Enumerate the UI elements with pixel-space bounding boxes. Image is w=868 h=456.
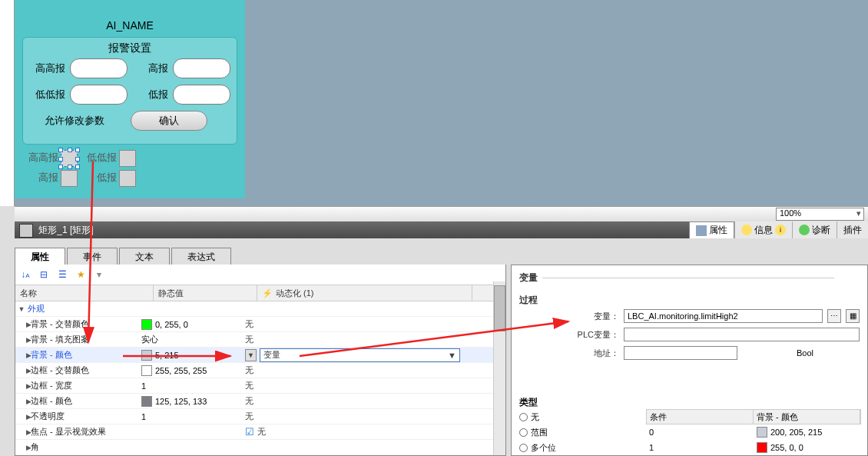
radio-icon	[519, 444, 528, 452]
ind-label-h: 高报	[22, 171, 58, 185]
dynamic-cell[interactable]: 无	[245, 395, 460, 407]
static-value-cell[interactable]: 0, 255, 0	[141, 319, 245, 330]
process-title: 过程	[519, 294, 860, 307]
radio-icon	[519, 413, 528, 421]
color-swatch	[141, 365, 152, 376]
header-static[interactable]: 静态值	[154, 285, 257, 301]
property-body: ▼ 外观 ▶背景 - 交替颜色0, 255, 0无▶背景 - 填充图案实心无▶背…	[15, 301, 505, 455]
subtab-properties[interactable]: 属性	[15, 248, 65, 265]
cond-row[interactable]: 1255, 0, 0	[646, 440, 861, 455]
property-row[interactable]: ▶焦点 - 显示视觉效果☑无	[15, 424, 505, 440]
indicator-hh-selected[interactable]	[61, 150, 78, 167]
browse2-button[interactable]: ▦	[846, 309, 860, 323]
dynamic-cell[interactable]: ▼变量▼	[245, 348, 460, 362]
zoom-dropdown[interactable]: 100%	[776, 208, 864, 221]
label-high-high: 高高报	[29, 62, 65, 75]
static-value-cell[interactable]: 255, 255, 255	[141, 365, 245, 376]
dynamic-cell[interactable]: ☑无	[245, 426, 460, 438]
sort-icon[interactable]: ↓A	[18, 268, 32, 281]
static-value-cell[interactable]: 125, 125, 133	[141, 396, 245, 407]
field-high-high[interactable]	[70, 58, 128, 78]
indicator-l[interactable]	[119, 170, 136, 187]
tab-plugins[interactable]: 插件	[837, 221, 868, 238]
properties-icon	[696, 225, 707, 236]
hmi-faceplate[interactable]: AI_NAME 报警设置 高高报 高报 低低报 低报 允许修改参数 确认 高	[15, 0, 245, 198]
dynamic-cell[interactable]: 无	[245, 334, 460, 345]
subtab-events[interactable]: 事件	[67, 248, 118, 265]
expand-toggle[interactable]: ▶	[15, 428, 28, 436]
star-icon[interactable]: ★	[74, 268, 88, 281]
expand-toggle[interactable]: ▶	[15, 351, 28, 359]
property-name: 边框 - 宽度	[28, 380, 141, 391]
expand-toggle[interactable]: ▶	[15, 336, 28, 344]
radio-range[interactable]: 范围	[519, 424, 642, 440]
type-title: 类型	[519, 396, 642, 409]
property-name: 背景 - 填充图案	[28, 334, 141, 345]
design-canvas[interactable]: AI_NAME 报警设置 高高报 高报 低低报 低报 允许修改参数 确认 高	[15, 0, 868, 206]
plc-variable-input[interactable]	[624, 328, 860, 341]
expand-toggle[interactable]: ▶	[15, 444, 28, 451]
radio-none[interactable]: 无	[519, 409, 642, 424]
expand-toggle[interactable]: ▶	[15, 367, 28, 374]
indicator-ll[interactable]	[119, 150, 136, 167]
subtab-text[interactable]: 文本	[119, 248, 170, 265]
property-name: 背景 - 颜色	[28, 349, 141, 361]
property-row[interactable]: ▶角	[15, 440, 505, 455]
browse-button[interactable]: ⋯	[827, 309, 841, 323]
variable-input[interactable]	[624, 309, 823, 323]
static-value-cell[interactable]: 5, 215	[141, 350, 245, 361]
expand-toggle[interactable]: ▶	[15, 382, 28, 390]
property-row[interactable]: ▶背景 - 交替颜色0, 255, 0无	[15, 317, 505, 332]
static-value-cell[interactable]: 实心	[141, 334, 245, 345]
field-low-low[interactable]	[70, 85, 128, 105]
expand-toggle[interactable]: ▼	[15, 305, 28, 313]
radio-multi[interactable]: 多个位	[519, 440, 642, 455]
property-row[interactable]: ▶边框 - 宽度1无	[15, 378, 505, 394]
list-icon[interactable]: ☰	[55, 268, 69, 281]
expand-toggle[interactable]: ▶	[15, 413, 28, 421]
cond-header-bg[interactable]: 背景 - 颜色	[754, 410, 860, 424]
property-row[interactable]: ▶背景 - 填充图案实心无	[15, 332, 505, 348]
address-input[interactable]	[624, 346, 737, 360]
vertical-scrollbar[interactable]	[493, 281, 505, 455]
label-variable: 变量：	[519, 311, 619, 322]
property-row[interactable]: ▶边框 - 交替颜色255, 255, 255无	[15, 363, 505, 378]
tree-root-row[interactable]: ▼ 外观	[15, 301, 505, 317]
tab-info[interactable]: 信息i	[734, 221, 792, 238]
field-high[interactable]	[173, 58, 230, 78]
flag-icon[interactable]: ▾	[92, 268, 106, 281]
dynamic-cell[interactable]: 无	[245, 411, 460, 422]
field-low[interactable]	[173, 85, 230, 105]
color-swatch	[141, 350, 152, 361]
scrollbar-thumb[interactable]	[494, 285, 505, 331]
variable-panel: 变量 过程 变量： ⋯ ▦ PLC变量： 地址： Bool 类型 无 范围 多个…	[511, 265, 868, 456]
tab-diagnostics[interactable]: 诊断	[792, 221, 837, 238]
property-row[interactable]: ▶边框 - 颜色125, 125, 133无	[15, 394, 505, 409]
property-row[interactable]: ▶背景 - 颜色5, 215▼变量▼	[15, 348, 505, 363]
label-plc-variable: PLC变量：	[519, 329, 619, 341]
color-swatch	[141, 319, 152, 330]
tab-properties[interactable]: 属性	[689, 221, 734, 238]
collapse-toggle-icon[interactable]	[19, 224, 33, 238]
dynamic-cell[interactable]: 无	[245, 380, 460, 391]
header-dynamic[interactable]: ⚡动态化 (1)	[257, 285, 472, 301]
expand-toggle[interactable]: ▶	[15, 398, 28, 405]
cond-header-condition[interactable]: 条件	[647, 410, 754, 424]
dynamic-cell[interactable]: 无	[245, 364, 460, 376]
property-name: 角	[28, 441, 141, 453]
category-icon[interactable]: ⊟	[37, 268, 51, 281]
static-value-cell[interactable]: 1	[141, 381, 245, 391]
cond-row[interactable]: 0200, 205, 215	[646, 424, 861, 440]
property-name: 不透明度	[28, 411, 141, 422]
indicator-h[interactable]	[61, 170, 78, 187]
static-value-cell[interactable]: 1	[141, 412, 245, 421]
property-row[interactable]: ▶不透明度1无	[15, 409, 505, 424]
header-name[interactable]: 名称	[15, 285, 154, 301]
confirm-button[interactable]: 确认	[131, 111, 207, 131]
diagnostics-icon	[799, 225, 810, 235]
subtab-expression[interactable]: 表达式	[171, 248, 231, 265]
dynamic-cell[interactable]: 无	[245, 318, 460, 330]
expand-toggle[interactable]: ▶	[15, 321, 28, 328]
dropdown-arrow-icon[interactable]: ▼	[245, 349, 257, 361]
dynamic-dropdown[interactable]: 变量▼	[260, 348, 460, 362]
